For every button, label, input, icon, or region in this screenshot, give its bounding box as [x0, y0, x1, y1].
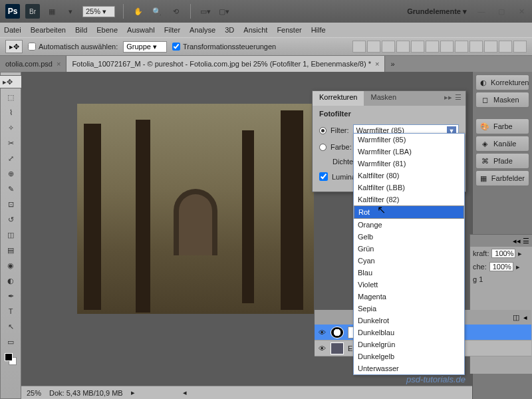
maximize-button[interactable]: ▢	[496, 6, 507, 17]
align-btn[interactable]	[352, 41, 366, 53]
dd-item[interactable]: Orange	[354, 219, 464, 231]
gradient-tool[interactable]: ▤	[3, 243, 19, 257]
pen-tool[interactable]: ✒	[3, 289, 19, 303]
extras-icon[interactable]: ▾	[64, 5, 77, 18]
dd-item[interactable]: Grün	[354, 243, 464, 255]
align-btn[interactable]	[426, 41, 439, 53]
dd-item[interactable]: Warmfilter (85)	[354, 134, 464, 146]
menu-bearbeiten[interactable]: Bearbeiten	[31, 26, 66, 34]
dd-item-selected[interactable]: Rot	[354, 205, 464, 219]
menu-3d[interactable]: 3D	[225, 26, 234, 34]
prev-icon[interactable]: ◂	[523, 313, 527, 322]
panel-menu-icon[interactable]: ◂◂ ☰	[513, 237, 529, 245]
align-btn[interactable]	[396, 41, 410, 53]
opacity-input[interactable]: 100%	[491, 249, 515, 258]
filter-dropdown-list[interactable]: Warmfilter (85) Warmfilter (LBA) Warmfil…	[353, 133, 465, 375]
panel-kanaele[interactable]: ◈Kanäle	[475, 136, 529, 152]
status-zoom[interactable]: 25%	[27, 389, 41, 397]
menu-ansicht[interactable]: Ansicht	[243, 26, 267, 34]
dd-item[interactable]: Kaltfilter (LBB)	[354, 182, 464, 194]
screen-mode-icon[interactable]: ▢▾	[217, 5, 231, 18]
align-btn[interactable]	[455, 41, 468, 53]
menu-hilfe[interactable]: Hilfe	[311, 26, 326, 34]
dd-item[interactable]: Magenta	[354, 291, 464, 303]
tab-masken[interactable]: Masken	[364, 91, 403, 106]
panel-farbe[interactable]: 🎨Farbe	[475, 118, 529, 134]
filter-radio[interactable]	[319, 127, 327, 134]
dd-item[interactable]: Unterwasser	[354, 362, 464, 374]
lasso-tool[interactable]: ⌇	[3, 106, 19, 119]
visibility-icon[interactable]: 👁	[317, 344, 327, 353]
fill-input[interactable]: 100%	[489, 262, 513, 271]
type-tool[interactable]: T	[3, 305, 19, 318]
tab-korrekturen[interactable]: Korrekturen	[313, 91, 364, 106]
menu-fenster[interactable]: Fenster	[277, 26, 301, 34]
dd-item[interactable]: Violett	[354, 279, 464, 291]
eraser-tool[interactable]: ◫	[3, 228, 19, 241]
status-doc-size[interactable]: Dok: 5,43 MB/10,9 MB	[49, 389, 123, 397]
stamp-tool[interactable]: ⊡	[3, 198, 19, 211]
align-btn[interactable]	[382, 41, 395, 53]
menu-datei[interactable]: Datei	[4, 26, 21, 34]
zoom-tool-icon[interactable]: 🔍	[150, 5, 164, 18]
minimize-button[interactable]: —	[476, 6, 487, 17]
move-tool-indicator[interactable]: ▸✥	[5, 40, 23, 53]
menu-auswahl[interactable]: Auswahl	[127, 26, 155, 34]
luminanz-checkbox[interactable]	[319, 172, 328, 181]
bridge-logo[interactable]: Br	[25, 4, 40, 19]
marquee-tool[interactable]: ⬚	[3, 90, 19, 104]
align-btn[interactable]	[499, 41, 512, 53]
auto-select-target[interactable]: Gruppe ▾	[123, 41, 167, 53]
menu-filter[interactable]: Filter	[164, 26, 180, 34]
menu-analyse[interactable]: Analyse	[190, 26, 215, 34]
close-icon[interactable]: ×	[375, 60, 379, 68]
auto-select-checkbox[interactable]: Automatisch auswählen:	[28, 43, 118, 51]
crop-tool[interactable]: ✂	[3, 136, 19, 150]
menu-ebene[interactable]: Ebene	[96, 26, 118, 34]
scroll-left-icon[interactable]: ◂	[183, 388, 187, 397]
dd-item[interactable]: Cyan	[354, 255, 464, 267]
dd-item[interactable]: Dunkelgrün	[354, 338, 464, 350]
align-btn[interactable]	[484, 41, 497, 53]
menu-bild[interactable]: Bild	[75, 26, 87, 34]
dd-item[interactable]: Warmfilter (81)	[354, 158, 464, 170]
close-button[interactable]: ✕	[516, 6, 527, 17]
eyedropper-tool[interactable]: ⤢	[3, 152, 19, 165]
dd-item[interactable]: Warmfilter (LBA)	[354, 146, 464, 158]
panel-korrekturen[interactable]: ◐Korrekturen	[475, 74, 529, 90]
overflow-tabs[interactable]: »	[385, 60, 400, 68]
workspace-switcher[interactable]: Grundelemente ▾	[407, 7, 467, 16]
align-btn[interactable]	[513, 41, 527, 53]
document-tab[interactable]: otolia.com.psd×	[0, 56, 66, 72]
transform-controls-checkbox[interactable]: Transformationssteuerungen	[172, 43, 276, 51]
layer-thumb[interactable]	[331, 342, 344, 354]
heal-tool[interactable]: ⊕	[3, 167, 19, 180]
close-icon[interactable]: ×	[57, 60, 61, 68]
shape-tool[interactable]: ▭	[3, 335, 19, 348]
path-tool[interactable]: ↖	[3, 320, 19, 333]
panel-menu-icon[interactable]: ☰	[455, 93, 462, 104]
status-arrow[interactable]: ▸	[131, 388, 135, 397]
wand-tool[interactable]: ✧	[3, 121, 19, 134]
zoom-dropdown[interactable]: 25% ▾	[82, 6, 115, 17]
history-brush-tool[interactable]: ↺	[3, 213, 19, 226]
hand-icon[interactable]: ✋	[132, 5, 145, 18]
dd-item[interactable]: Sepia	[354, 303, 464, 315]
document-tab-active[interactable]: Fotolia_10072167_M - © pureshot - Fotoli…	[66, 56, 385, 72]
panel-masken[interactable]: ◻Masken	[475, 92, 529, 108]
farbe-radio[interactable]	[319, 144, 327, 151]
dodge-tool[interactable]: ◐	[3, 274, 19, 287]
clip-icon[interactable]: ◫	[513, 313, 519, 322]
align-btn[interactable]	[440, 41, 454, 53]
brush-tool[interactable]: ✎	[3, 182, 19, 196]
panel-pfade[interactable]: ⌘Pfade	[475, 153, 529, 169]
dd-item[interactable]: Dunkelrot	[354, 315, 464, 327]
dd-item[interactable]: Blau	[354, 267, 464, 279]
align-btn[interactable]	[411, 41, 424, 53]
document-canvas[interactable]	[77, 104, 314, 314]
arrange-icon[interactable]: ▭▾	[199, 5, 212, 18]
panel-collapse-icon[interactable]: ▸▸	[444, 93, 452, 104]
layout-icon[interactable]: ▦	[45, 5, 59, 18]
adjustment-thumb[interactable]	[331, 327, 344, 338]
rotate-icon[interactable]: ⟲	[169, 5, 182, 18]
